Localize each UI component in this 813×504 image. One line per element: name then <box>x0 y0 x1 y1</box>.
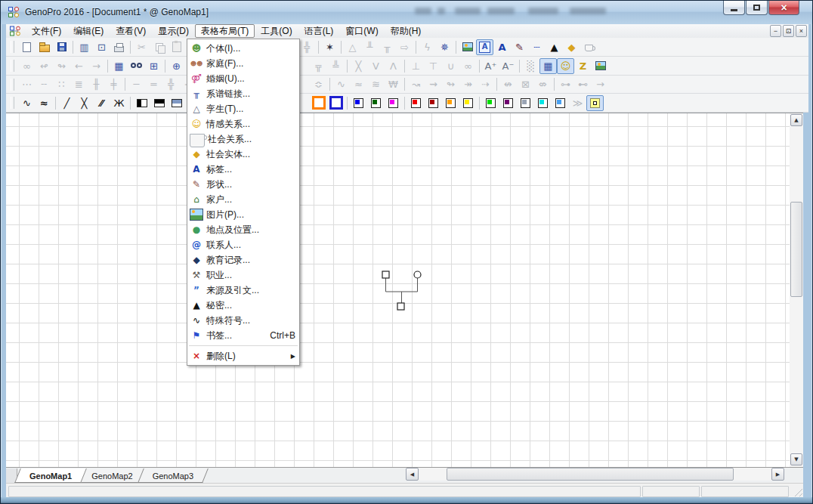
menu-item-emotional-relation[interactable]: ☺情感关系... <box>187 116 299 131</box>
menu-item-picture[interactable]: 图片(P)... <box>187 207 299 222</box>
father-symbol[interactable] <box>382 271 389 278</box>
find-in-table-button[interactable]: ⊞ <box>145 58 162 74</box>
show-grid-button[interactable]: ▦ <box>539 58 557 74</box>
toolbar-grip[interactable] <box>11 41 14 53</box>
vertical-scroll-thumb[interactable] <box>790 202 802 297</box>
menu-item-twins[interactable]: △孪生(T)... <box>187 101 299 116</box>
mother-symbol[interactable] <box>414 271 421 278</box>
color-light-blue-button[interactable] <box>552 95 569 111</box>
scroll-up-button[interactable]: ▲ <box>790 114 802 126</box>
insert-label-button[interactable]: A <box>493 39 511 55</box>
mdi-minimize-button[interactable]: − <box>770 25 781 37</box>
export-picture-button[interactable] <box>592 58 609 74</box>
fill-top-blue-button[interactable] <box>168 95 185 111</box>
tab-genomap3[interactable]: GenoMap3 <box>141 468 206 483</box>
color-cyan-button[interactable] <box>534 95 552 111</box>
menu-item-occupation[interactable]: ⚒职业... <box>187 267 299 283</box>
insert-secret-button[interactable]: ▲ <box>546 39 563 55</box>
table-view-button[interactable]: ▦ <box>110 58 128 74</box>
tab-genomap2[interactable]: GenoMap2 <box>79 468 144 483</box>
menu-item-marriage[interactable]: ⚤婚姻(U)... <box>187 71 299 86</box>
print-preview-button[interactable]: ⊡ <box>93 39 110 55</box>
menu-item-individual[interactable]: ☻个体(I)... <box>187 41 299 56</box>
toolbar-grip[interactable] <box>11 60 14 72</box>
menu-item-pedigree-link[interactable]: ╥系谱链接... <box>187 86 299 101</box>
titlebar[interactable]: GenoPro 2016 - [Document1 * @ GenoMap1] … <box>1 1 812 24</box>
menubar-item-6[interactable]: 工具(O) <box>255 24 298 38</box>
menu-item-label[interactable]: A标签... <box>187 162 299 177</box>
new-document-button[interactable] <box>18 39 36 55</box>
color-gray-button[interactable] <box>517 95 534 111</box>
show-scroll-button[interactable]: Z <box>574 58 592 74</box>
insert-dash-line-button[interactable]: ┄ <box>528 39 546 55</box>
hscroll-left-button[interactable]: ◀ <box>406 468 419 481</box>
menu-item-place[interactable]: ●地点及位置... <box>187 222 299 237</box>
line-slash-button[interactable]: ╱ <box>58 95 76 111</box>
menubar-item-8[interactable]: 窗口(W) <box>339 24 384 38</box>
menu-item-delete[interactable]: ×删除(L)▶ <box>187 348 299 363</box>
menu-item-special-symbol[interactable]: ∿特殊符号... <box>187 313 299 328</box>
scroll-down-button[interactable]: ▼ <box>790 453 802 465</box>
genomap-canvas[interactable] <box>6 113 790 467</box>
find-button[interactable] <box>128 58 145 74</box>
color-blue-button[interactable] <box>350 95 367 111</box>
color-green-button[interactable] <box>482 95 499 111</box>
zoom-in-button[interactable]: ⊕ <box>168 58 185 74</box>
menubar-item-1[interactable]: 文件(F) <box>26 24 67 38</box>
menubar-item-2[interactable]: 编辑(E) <box>67 24 110 38</box>
menubar-item-4[interactable]: 显示(D) <box>152 24 195 38</box>
font-decrease-button[interactable]: A⁻ <box>499 58 517 74</box>
menubar-item-9[interactable]: 帮助(H) <box>385 24 428 38</box>
line-cross-slash-button[interactable]: Ж <box>110 95 128 111</box>
open-button[interactable] <box>36 39 53 55</box>
color-magenta-button[interactable] <box>385 95 402 111</box>
table-layout-button[interactable]: ▥ <box>76 39 93 55</box>
menu-item-bookmark[interactable]: ⚑书签...Ctrl+B <box>187 328 299 343</box>
color-yellow-button[interactable] <box>459 95 477 111</box>
window-restore-button[interactable] <box>746 1 768 15</box>
menu-item-social-relation[interactable]: 社会关系... <box>187 131 299 147</box>
fill-left-black-button[interactable] <box>133 95 150 111</box>
menu-item-family[interactable]: ☻☻家庭(F)... <box>187 56 299 71</box>
smart-wizard-button[interactable]: ✵ <box>436 39 453 55</box>
child-symbol[interactable] <box>397 303 404 310</box>
print-button[interactable] <box>110 39 128 55</box>
toolbar-grip[interactable] <box>11 97 14 109</box>
menubar-item-7[interactable]: 语言(L) <box>298 24 340 38</box>
menubar-item-3[interactable]: 查看(V) <box>110 24 152 38</box>
genopro-wizard-button[interactable]: ✶ <box>321 39 338 55</box>
line-double-slash-button[interactable]: ⁄⁄ <box>93 95 110 111</box>
resize-grip[interactable] <box>793 487 802 496</box>
menubar-item-5[interactable]: 表格布局(T) <box>195 24 255 38</box>
highlight-current-button[interactable] <box>586 95 604 111</box>
menu-item-contact[interactable]: @联系人... <box>187 237 299 252</box>
window-minimize-button[interactable] <box>723 1 745 15</box>
menu-item-education[interactable]: ◆教育记录... <box>187 252 299 267</box>
insert-label-framed-button[interactable]: A <box>476 39 493 55</box>
border-orange-button[interactable] <box>310 95 327 111</box>
border-blue-button[interactable] <box>327 95 345 111</box>
show-emotions-button[interactable]: ☺ <box>557 58 574 74</box>
toolbar-grip[interactable] <box>11 79 14 91</box>
horizontal-scroll-thumb[interactable] <box>447 468 734 481</box>
font-increase-button[interactable]: A⁺ <box>482 58 499 74</box>
menu-item-household[interactable]: ⌂家户... <box>187 192 299 207</box>
menu-item-shape[interactable]: ✎形状... <box>187 177 299 192</box>
insert-social-entity-button[interactable]: ◆ <box>563 39 580 55</box>
line-cross-button[interactable]: ╳ <box>76 95 93 111</box>
curve-single-button[interactable]: ∿ <box>18 95 36 111</box>
insert-picture-button[interactable] <box>459 39 476 55</box>
mdi-restore-button[interactable]: ⊡ <box>783 25 794 37</box>
hscroll-right-button[interactable]: ▶ <box>771 468 784 481</box>
curve-double-button[interactable]: ≈ <box>36 95 53 111</box>
color-dark-red-button[interactable] <box>425 95 442 111</box>
color-red-button[interactable] <box>407 95 425 111</box>
tab-genomap1[interactable]: GenoMap1 <box>17 468 84 483</box>
menu-item-secret[interactable]: ▲秘密... <box>187 298 299 313</box>
color-purple-button[interactable] <box>499 95 517 111</box>
menu-item-social-entity[interactable]: ◆社会实体... <box>187 147 299 162</box>
window-close-button[interactable]: × <box>768 1 799 15</box>
mdi-close-button[interactable]: × <box>796 25 807 37</box>
save-button[interactable] <box>53 39 70 55</box>
color-dark-green-button[interactable] <box>367 95 385 111</box>
